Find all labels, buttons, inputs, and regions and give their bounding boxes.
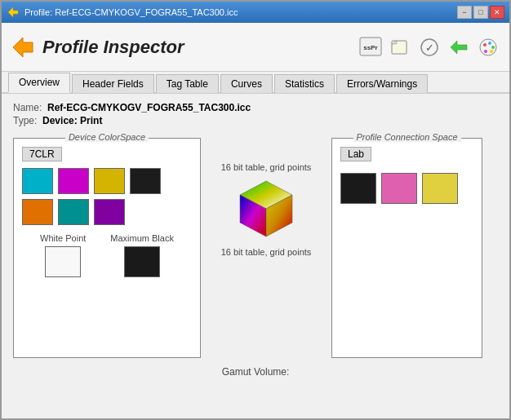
color-arrow-icon bbox=[447, 36, 470, 59]
white-point-item: White Point bbox=[40, 233, 86, 277]
white-point-label: White Point bbox=[40, 233, 86, 243]
app-title-icon bbox=[7, 6, 20, 19]
name-value: Ref-ECG-CMYKOGV_FOGRA55_TAC300.icc bbox=[47, 102, 251, 113]
app-title: Profile Inspector bbox=[42, 37, 184, 58]
pcs-swatch-pink bbox=[381, 173, 417, 204]
svg-point-13 bbox=[490, 50, 493, 53]
check-button[interactable]: ✓ bbox=[416, 34, 442, 60]
open-file-button[interactable] bbox=[387, 34, 413, 60]
check-icon: ✓ bbox=[418, 36, 441, 59]
swatch-teal bbox=[58, 199, 89, 225]
title-bar: Profile: Ref-ECG-CMYKOGV_FOGRA55_TAC300.… bbox=[2, 2, 509, 23]
device-colorspace-name: 7CLR bbox=[22, 147, 62, 161]
color-swatches bbox=[22, 168, 192, 225]
svg-point-11 bbox=[488, 42, 491, 45]
meta-info: Name: Ref-ECG-CMYKOGV_FOGRA55_TAC300.icc… bbox=[13, 102, 498, 126]
tab-header-fields[interactable]: Header Fields bbox=[72, 74, 154, 93]
swatch-cyan bbox=[22, 168, 53, 194]
max-black-swatch bbox=[124, 246, 160, 277]
tabs-bar: Overview Header Fields Tag Table Curves … bbox=[2, 72, 509, 94]
svg-text:✓: ✓ bbox=[425, 42, 434, 54]
logo-icon bbox=[10, 34, 36, 60]
sspfr-icon-button[interactable]: ssPr bbox=[358, 34, 384, 60]
color-icon-button[interactable] bbox=[446, 34, 472, 60]
palette-icon bbox=[477, 36, 500, 59]
swatch-magenta bbox=[58, 168, 89, 194]
svg-marker-1 bbox=[13, 38, 33, 57]
tab-errors-warnings[interactable]: Errors/Warnings bbox=[336, 74, 428, 93]
svg-text:ssPr: ssPr bbox=[363, 44, 377, 51]
svg-marker-8 bbox=[451, 41, 467, 54]
max-black-label: Maximum Black bbox=[110, 233, 174, 243]
swatch-row-1 bbox=[22, 168, 192, 194]
swatch-yellow bbox=[94, 168, 125, 194]
sspfr-icon: ssPr bbox=[358, 36, 383, 59]
type-row: Type: Device: Print bbox=[13, 115, 498, 126]
pcs-label: Profile Connection Space bbox=[353, 132, 460, 142]
name-row: Name: Ref-ECG-CMYKOGV_FOGRA55_TAC300.icc bbox=[13, 102, 498, 113]
max-black-item: Maximum Black bbox=[110, 233, 174, 277]
palette-button[interactable] bbox=[475, 34, 501, 60]
white-point-swatch bbox=[45, 246, 81, 277]
swatch-row-2 bbox=[22, 199, 192, 225]
white-point-row: White Point Maximum Black bbox=[22, 233, 192, 277]
gamut-row: Gamut Volume: bbox=[13, 366, 498, 378]
gamut-label: Gamut Volume: bbox=[222, 366, 290, 378]
tab-curves[interactable]: Curves bbox=[220, 74, 273, 93]
pcs-panel: Profile Connection Space Lab bbox=[331, 138, 482, 358]
maximize-button[interactable]: □ bbox=[473, 6, 488, 19]
main-window: Profile: Ref-ECG-CMYKOGV_FOGRA55_TAC300.… bbox=[0, 0, 511, 420]
content-area: Name: Ref-ECG-CMYKOGV_FOGRA55_TAC300.icc… bbox=[2, 94, 509, 418]
title-bar-left: Profile: Ref-ECG-CMYKOGV_FOGRA55_TAC300.… bbox=[7, 6, 238, 19]
open-file-icon bbox=[389, 36, 411, 59]
svg-point-12 bbox=[491, 46, 495, 49]
window-title: Profile: Ref-ECG-CMYKOGV_FOGRA55_TAC300.… bbox=[24, 7, 238, 17]
tab-overview[interactable]: Overview bbox=[8, 73, 70, 93]
cube-panel: 16 bit table, grid points bbox=[209, 138, 323, 257]
svg-point-14 bbox=[484, 50, 487, 53]
device-colorspace-label: Device ColorSpace bbox=[65, 132, 149, 142]
color-cube bbox=[233, 177, 299, 242]
tab-statistics[interactable]: Statistics bbox=[274, 74, 335, 93]
table-info-2: 16 bit table, grid points bbox=[221, 247, 312, 257]
close-button[interactable]: ✕ bbox=[490, 6, 504, 19]
pcs-swatch-black bbox=[340, 173, 376, 204]
type-label: Type: bbox=[13, 115, 37, 126]
toolbar: Profile Inspector ssPr ✓ bbox=[2, 23, 509, 72]
svg-point-10 bbox=[483, 43, 487, 46]
panels-row: Device ColorSpace 7CLR bbox=[13, 138, 498, 358]
pcs-swatches bbox=[340, 173, 473, 204]
toolbar-icons: ssPr ✓ bbox=[358, 34, 501, 60]
device-colorspace-panel: Device ColorSpace 7CLR bbox=[13, 138, 201, 358]
tab-tag-table[interactable]: Tag Table bbox=[156, 74, 219, 93]
minimize-button[interactable]: − bbox=[457, 6, 472, 19]
type-value: Device: Print bbox=[42, 115, 102, 126]
swatch-violet bbox=[94, 199, 125, 225]
name-label: Name: bbox=[13, 102, 42, 113]
cube-svg bbox=[233, 177, 299, 242]
swatch-orange bbox=[22, 199, 53, 225]
table-info-1: 16 bit table, grid points bbox=[221, 162, 312, 172]
window-controls: − □ ✕ bbox=[457, 6, 504, 19]
svg-marker-0 bbox=[8, 7, 18, 17]
pcs-swatch-yellow bbox=[422, 173, 458, 204]
app-logo: Profile Inspector bbox=[10, 34, 184, 60]
swatch-black bbox=[130, 168, 161, 194]
pcs-name: Lab bbox=[340, 147, 371, 161]
